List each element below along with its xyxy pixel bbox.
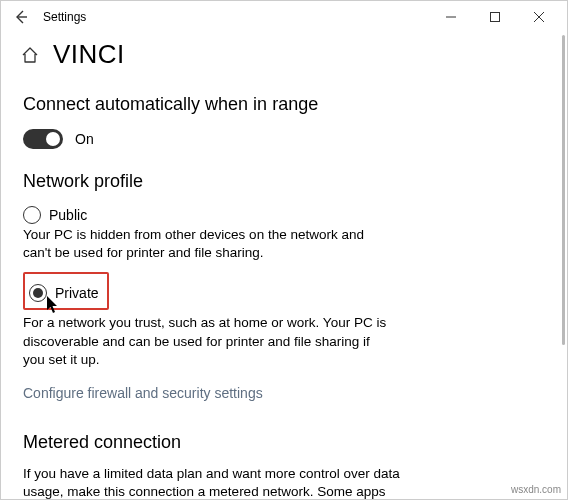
public-description: Your PC is hidden from other devices on … — [23, 226, 393, 262]
home-icon — [21, 46, 39, 64]
toggle-knob — [46, 132, 60, 146]
private-radio[interactable]: Private — [29, 284, 99, 302]
window-controls — [429, 2, 561, 32]
close-button[interactable] — [517, 2, 561, 32]
cursor-icon — [47, 296, 61, 314]
arrow-left-icon — [13, 9, 29, 25]
firewall-link[interactable]: Configure firewall and security settings — [23, 385, 263, 401]
auto-connect-heading: Connect automatically when in range — [23, 94, 545, 115]
private-description: For a network you trust, such as at home… — [23, 314, 393, 369]
home-button[interactable] — [19, 44, 41, 66]
window-title: Settings — [43, 10, 86, 24]
page-title: VINCI — [53, 39, 125, 70]
auto-connect-toggle[interactable] — [23, 129, 63, 149]
maximize-button[interactable] — [473, 2, 517, 32]
radio-circle-icon — [23, 206, 41, 224]
auto-connect-toggle-label: On — [75, 131, 94, 147]
public-option: Public Your PC is hidden from other devi… — [23, 206, 545, 262]
metered-heading: Metered connection — [23, 432, 545, 453]
titlebar: Settings — [1, 1, 567, 33]
scrollbar[interactable] — [562, 35, 565, 345]
auto-connect-toggle-row: On — [23, 129, 545, 149]
network-profile-heading: Network profile — [23, 171, 545, 192]
settings-window: Settings VINCI Connect automatically whe… — [0, 0, 568, 500]
public-radio[interactable]: Public — [23, 206, 545, 224]
private-label: Private — [55, 285, 99, 301]
radio-circle-icon — [29, 284, 47, 302]
back-button[interactable] — [7, 3, 35, 31]
metered-description: If you have a limited data plan and want… — [23, 465, 413, 500]
content-area: Connect automatically when in range On N… — [1, 84, 567, 500]
public-label: Public — [49, 207, 87, 223]
maximize-icon — [490, 12, 500, 22]
private-highlight-box: Private — [23, 272, 109, 310]
radio-dot-icon — [33, 288, 43, 298]
page-header: VINCI — [1, 33, 567, 84]
svg-rect-2 — [491, 13, 500, 22]
watermark: wsxdn.com — [511, 484, 561, 495]
private-option: Private For a network you trust, such as… — [23, 272, 545, 369]
minimize-icon — [446, 12, 456, 22]
minimize-button[interactable] — [429, 2, 473, 32]
close-icon — [534, 12, 544, 22]
